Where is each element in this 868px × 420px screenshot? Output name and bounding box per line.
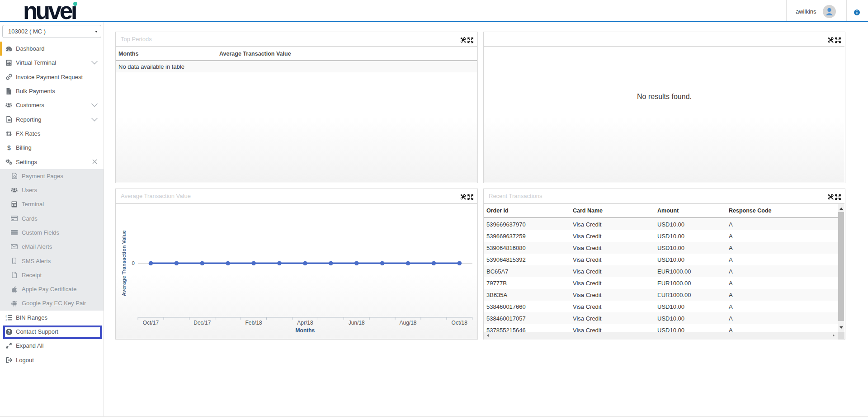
svg-text:Apr/18: Apr/18 [297, 320, 313, 326]
svg-text:0: 0 [132, 260, 135, 266]
svg-text:?: ? [7, 329, 10, 334]
svg-text:Aug/18: Aug/18 [399, 320, 416, 326]
svg-text:Jun/18: Jun/18 [349, 320, 365, 326]
svg-text:Dec/17: Dec/17 [193, 320, 211, 326]
svg-text:Oct/18: Oct/18 [452, 320, 468, 326]
svg-text:Average Transaction Value: Average Transaction Value [121, 230, 127, 296]
svg-text:Feb/18: Feb/18 [245, 320, 262, 326]
svg-text:Months: Months [296, 327, 315, 334]
svg-text:3: 3 [5, 319, 7, 321]
svg-text:Oct/17: Oct/17 [143, 320, 159, 326]
svg-text:$: $ [7, 144, 11, 151]
